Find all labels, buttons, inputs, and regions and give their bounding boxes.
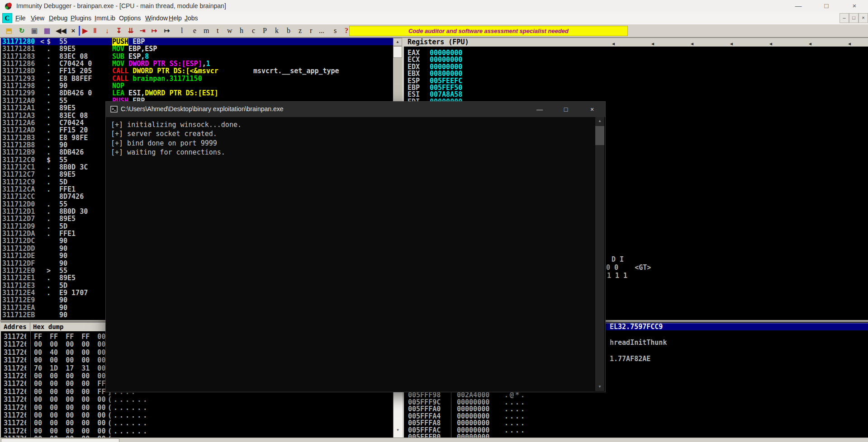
console-scrollbar-thumb[interactable]	[595, 126, 604, 145]
stack-row[interactable]: 005FFFB000000000....	[404, 433, 868, 437]
console-minimize-button[interactable]: —	[526, 102, 553, 117]
toolbar-letter-s[interactable]: s	[334, 25, 337, 36]
stack-row[interactable]: 005FFFA000000000....	[404, 405, 868, 412]
scroll-down-icon[interactable]: ▼	[394, 427, 402, 434]
dump-row[interactable]: 31172600 00 00 00 00(......	[1, 412, 393, 419]
stack-row[interactable]: 005FFFA800000000....	[404, 419, 868, 426]
registers-pane-arrow-icon[interactable]: ◀	[691, 39, 693, 48]
disasm-row[interactable]: 3117128D.FF15 205CALL DWORD PTR DS:[<&ms…	[1, 67, 393, 75]
dump-column-divider[interactable]	[30, 323, 30, 331]
menu-item-immlib[interactable]: ImmLib	[92, 14, 118, 23]
toolbar-letter-h[interactable]: h	[240, 25, 243, 36]
registers-pane-arrow-icon[interactable]: ◀	[651, 39, 654, 48]
horizontal-scrollbar[interactable]	[0, 437, 868, 442]
disasm-row[interactable]: 31171299.8DB426 0LEA ESI,DWORD PTR DS:[E…	[1, 89, 393, 97]
dump-row[interactable]: 31172600 00 00 00 00(......	[1, 396, 393, 404]
close-program-icon[interactable]: ×	[69, 26, 78, 36]
menu-item-plugins[interactable]: Plugins	[68, 14, 94, 23]
step-over-icon[interactable]: ↧	[114, 26, 124, 36]
mdi-close-button[interactable]: ×	[859, 13, 868, 23]
dump-row[interactable]: 31172600 00 00 00 00(......	[1, 428, 393, 435]
stack-value: 00000000	[457, 419, 489, 427]
register-row-eax[interactable]: EAX00000000	[404, 50, 868, 56]
scroll-up-icon[interactable]: ▲	[393, 38, 402, 46]
register-row-ebp[interactable]: EBP005FEF50	[404, 85, 868, 91]
disasm-flag: .	[47, 97, 51, 104]
close-button[interactable]: ×	[844, 0, 865, 11]
toolbar-letter-...[interactable]: ...	[319, 25, 324, 36]
toolbar-letter-k[interactable]: k	[275, 25, 279, 36]
register-row-ebx[interactable]: EBX00800000	[404, 71, 868, 77]
console-titlebar[interactable]: C:\Users\Ahmed\Desktop\binary exploitati…	[106, 102, 605, 117]
toolbar-letter-b[interactable]: b	[287, 25, 290, 36]
maximize-button[interactable]: □	[816, 0, 837, 11]
registers-pane-arrow-icon[interactable]: ◀	[769, 39, 772, 48]
disasm-row[interactable]: 31171286.C70424 0MOV DWORD PTR SS:[ESP],…	[1, 60, 393, 67]
toolbar-letter-w[interactable]: w	[227, 25, 232, 36]
dump-row[interactable]: 31172600 00 00 00 00(......	[1, 404, 393, 412]
registers-pane-arrow-icon[interactable]: ◀	[730, 39, 733, 48]
toolbar-letter-P[interactable]: P	[263, 25, 267, 36]
stack-row[interactable]: 005FFFA400000000....	[404, 413, 868, 419]
toolbar-letter-?[interactable]: ?	[345, 25, 348, 36]
toolbar-letter-r[interactable]: r	[310, 25, 312, 36]
rewind-icon[interactable]: ◀◀	[54, 26, 68, 36]
disasm-row[interactable]: 31171281.89E5MOV EBP,ESP	[1, 45, 393, 52]
mdi-minimize-button[interactable]: –	[840, 13, 849, 23]
stack-row[interactable]: 005FFF98002A4000.@*.	[404, 391, 868, 398]
run-icon[interactable]: ▶	[79, 26, 90, 36]
toolbar-letter-l[interactable]: l	[181, 25, 183, 36]
disasm-row[interactable]: 31171293.E8 B8FEFCALL brainpan.31171150	[1, 75, 393, 82]
restart-icon[interactable]: ↻	[16, 26, 27, 36]
dump-hex-header[interactable]: Hex dump	[33, 322, 63, 331]
step-into-icon[interactable]: ↓	[102, 26, 112, 36]
register-row-edx[interactable]: EDX00000000	[404, 64, 868, 71]
menu-item-jobs[interactable]: Jobs	[182, 14, 201, 23]
minimize-button[interactable]: —	[788, 0, 809, 11]
toolbar-letter-z[interactable]: z	[299, 25, 302, 36]
registers-pane-arrow-icon[interactable]: ◀	[612, 39, 615, 48]
register-row-ecx[interactable]: ECX00000000	[404, 56, 868, 63]
menu-item-debug[interactable]: Debug	[46, 14, 70, 23]
disasm-row[interactable]: 31171283.83EC 08SUB ESP,8	[1, 53, 393, 60]
immunity-debugger-window: Immunity Debugger - brainpan.exe - [CPU …	[0, 0, 868, 442]
dump-row[interactable]: 31172600 00 00 00 00(......	[1, 419, 393, 427]
stack-row[interactable]: 005FFF9C00000000....	[404, 399, 868, 405]
menu-item-options[interactable]: Options	[116, 14, 143, 23]
horizontal-scrollbar-thumb[interactable]	[1, 438, 119, 442]
stack-row[interactable]: 005FFFAC00000000....	[404, 427, 868, 433]
console-maximize-button[interactable]: □	[553, 102, 579, 117]
scrollbar-thumb[interactable]	[393, 46, 402, 58]
open-file-icon[interactable]: ⬒	[4, 26, 14, 36]
registers-pane-arrow-icon[interactable]: ◀	[848, 39, 851, 48]
cpu-window-icon[interactable]: C	[2, 13, 12, 23]
menu-item-file[interactable]: File	[13, 14, 28, 23]
toolbar-letter-c[interactable]: c	[252, 25, 255, 36]
execute-till-return-icon[interactable]: ↦	[149, 26, 159, 36]
pause-icon[interactable]: ‖	[90, 26, 100, 36]
menu-item-view[interactable]: View	[28, 14, 47, 23]
disasm-flag: .	[47, 149, 51, 156]
registers-pane-arrow-icon[interactable]: ◀	[809, 39, 811, 48]
register-row-esi[interactable]: ESI007A8A58	[404, 91, 868, 98]
log-window-icon[interactable]: ▣	[29, 26, 40, 36]
console-scroll-up-icon[interactable]: ▲	[595, 117, 604, 125]
trace-over-icon[interactable]: ⇥	[138, 26, 147, 36]
go-to-address-icon[interactable]: ↦	[162, 26, 172, 36]
console-close-button[interactable]: ×	[579, 102, 605, 117]
trace-into-icon[interactable]: ⇊	[126, 26, 136, 36]
disasm-bytes: C70424 0	[59, 60, 92, 67]
register-value: 00800000	[430, 71, 462, 77]
mdi-restore-button[interactable]: □	[849, 13, 859, 23]
dump-address-header[interactable]: Addres	[4, 322, 30, 331]
toolbar-letter-t[interactable]: t	[217, 25, 218, 36]
windows-icon[interactable]: ▦	[42, 26, 52, 36]
console-scroll-down-icon[interactable]: ▼	[595, 383, 604, 391]
titlebar[interactable]: Immunity Debugger - brainpan.exe - [CPU …	[0, 0, 868, 12]
toolbar-letter-e[interactable]: e	[193, 25, 196, 36]
console-scrollbar[interactable]: ▲ ▼	[595, 117, 604, 391]
register-row-esp[interactable]: ESP005FEEFC	[404, 78, 868, 85]
disasm-row[interactable]: 31171298.90NOP	[1, 82, 393, 89]
toolbar-letter-m[interactable]: m	[204, 25, 209, 36]
disasm-row-selected[interactable]: 31171280<$55PUSH EBP	[1, 38, 393, 45]
